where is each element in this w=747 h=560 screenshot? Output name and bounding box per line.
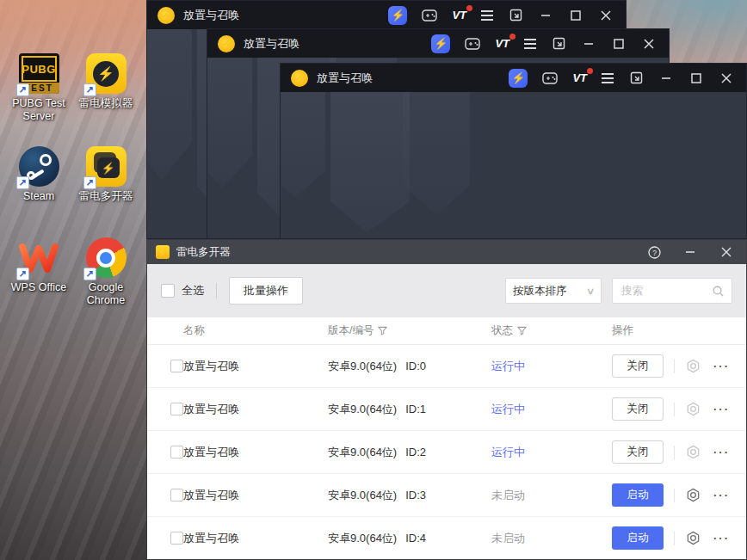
more-options-icon[interactable]: ···	[713, 493, 730, 498]
close-icon[interactable]	[641, 36, 657, 52]
divider	[674, 489, 675, 502]
emulator-content	[281, 92, 746, 238]
settings-icon[interactable]	[685, 444, 701, 460]
batch-operations-button[interactable]: 批量操作	[229, 277, 303, 305]
minimize-icon[interactable]	[682, 244, 698, 260]
close-icon[interactable]	[719, 244, 734, 260]
gamepad-icon[interactable]	[465, 36, 480, 52]
header-name[interactable]: 名称	[183, 323, 328, 338]
vt-indicator[interactable]: VT	[572, 71, 587, 84]
divider	[674, 446, 675, 459]
instance-id: ID:2	[405, 446, 426, 458]
start-stop-button[interactable]: 关闭	[612, 440, 664, 464]
shortcut-arrow-icon: ↗	[16, 176, 29, 189]
maximize-icon[interactable]	[688, 71, 704, 86]
start-stop-button[interactable]: 启动	[612, 526, 664, 550]
desktop-icon-ldmultiplayer[interactable]: ⚡ ↗ 雷电多开器	[72, 146, 139, 203]
desktop-icon-google-chrome[interactable]: ↗ Google Chrome	[72, 237, 139, 307]
settings-icon[interactable]	[685, 530, 701, 546]
divider	[674, 360, 675, 373]
divider	[674, 403, 675, 416]
start-stop-button[interactable]: 关闭	[612, 354, 664, 378]
header-status[interactable]: 状态	[491, 323, 612, 338]
boost-icon[interactable]: ⚡	[509, 69, 528, 88]
desktop-icon-pubg-test-server[interactable]: PUBGTEST ↗ PUBG Test Server	[5, 53, 72, 123]
boost-icon[interactable]: ⚡	[388, 6, 407, 25]
menu-icon[interactable]	[602, 73, 614, 83]
close-icon[interactable]	[598, 8, 614, 23]
emulator-titlebar[interactable]: ⚡ 放置与召唤 ⚡ VT	[281, 64, 746, 92]
settings-icon[interactable]	[685, 487, 701, 503]
snap-window-icon[interactable]	[508, 8, 523, 23]
table-row: 放置与召唤 安卓9.0(64位)ID:2 运行中 关闭 ···	[147, 431, 746, 474]
more-options-icon[interactable]: ···	[713, 536, 730, 541]
instance-name: 放置与召唤	[183, 488, 328, 503]
search-box[interactable]	[612, 278, 732, 304]
more-options-icon[interactable]: ···	[713, 364, 730, 369]
svg-text:?: ?	[652, 248, 657, 256]
sort-dropdown[interactable]: 按版本排序 ∨	[505, 278, 602, 304]
start-stop-button[interactable]: 关闭	[612, 397, 664, 421]
divider	[216, 283, 217, 298]
row-checkbox[interactable]	[170, 532, 183, 545]
desktop-icon-ldplayer[interactable]: ⚡ ↗ 雷电模拟器	[72, 53, 139, 110]
start-stop-button[interactable]: 启动	[612, 483, 664, 507]
row-checkbox[interactable]	[170, 403, 183, 415]
notification-dot	[587, 68, 593, 74]
snap-window-icon[interactable]	[551, 36, 566, 52]
row-checkbox[interactable]	[170, 446, 183, 458]
emulator-window-3: ⚡ 放置与召唤 ⚡ VT	[280, 63, 747, 239]
steam-icon: ↗	[19, 146, 59, 187]
boost-icon[interactable]: ⚡	[431, 34, 450, 53]
shortcut-arrow-icon: ↗	[83, 268, 96, 280]
vt-indicator[interactable]: VT	[452, 9, 466, 22]
emulator-titlebar[interactable]: ⚡ 放置与召唤 ⚡ VT	[147, 1, 626, 29]
ldplayer-icon: ⚡ ↗	[86, 53, 127, 94]
row-actions: 关闭 ···	[612, 440, 746, 464]
minimize-icon[interactable]	[581, 36, 596, 52]
desktop-icon-wps-office[interactable]: ↗ WPS Office	[5, 237, 72, 294]
settings-icon[interactable]	[685, 358, 701, 374]
minimize-icon[interactable]	[658, 71, 674, 86]
menu-icon[interactable]	[481, 10, 493, 21]
desktop-icon-label: Steam	[23, 190, 54, 203]
notification-dot	[509, 34, 515, 40]
search-input[interactable]	[620, 284, 712, 298]
status-label: 未启动	[491, 531, 612, 546]
menu-icon[interactable]	[524, 39, 536, 49]
ldmultiplayer-icon: ⚡ ↗	[86, 146, 127, 187]
window-title: 放置与召唤	[244, 36, 299, 52]
vt-indicator[interactable]: VT	[495, 37, 509, 50]
close-icon[interactable]	[719, 71, 734, 86]
maximize-icon[interactable]	[568, 8, 583, 23]
window-title: 放置与召唤	[183, 8, 239, 23]
desktop-icon-label: 雷电多开器	[79, 190, 133, 203]
window-title: 雷电多开器	[176, 245, 231, 260]
more-options-icon[interactable]: ···	[713, 407, 730, 412]
minimize-icon[interactable]	[538, 8, 553, 23]
more-options-icon[interactable]: ···	[713, 450, 730, 455]
maximize-icon[interactable]	[611, 36, 627, 52]
help-icon[interactable]: ?	[646, 244, 662, 260]
desktop-icon-label: Google Chrome	[72, 281, 139, 307]
select-all-checkbox[interactable]	[161, 284, 175, 298]
status-label: 运行中	[491, 402, 612, 417]
multiplayer-titlebar[interactable]: ⚡ 雷电多开器 ?	[147, 240, 746, 264]
row-checkbox[interactable]	[170, 489, 183, 502]
window-title: 放置与召唤	[317, 71, 373, 86]
desktop-icon-steam[interactable]: ↗ Steam	[5, 146, 72, 203]
desktop-screen: PUBGTEST ↗ PUBG Test Server ⚡ ↗ 雷电模拟器 ↗ …	[0, 0, 747, 560]
header-version[interactable]: 版本/编号	[328, 323, 491, 338]
chrome-icon: ↗	[86, 237, 127, 278]
chevron-down-icon: ∨	[585, 286, 595, 297]
settings-icon[interactable]	[685, 401, 701, 417]
multiplayer-window: ⚡ 雷电多开器 ? 全选 批量操作 按版本排序 ∨	[146, 239, 747, 560]
row-checkbox[interactable]	[170, 360, 183, 372]
pubg-icon: PUBGTEST ↗	[19, 53, 59, 94]
instance-version: 安卓9.0(64位)ID:4	[328, 531, 491, 546]
emulator-titlebar[interactable]: ⚡ 放置与召唤 ⚡ VT	[207, 29, 669, 58]
snap-window-icon[interactable]	[628, 71, 644, 86]
table-header: 名称 版本/编号 状态 操作	[147, 317, 746, 345]
gamepad-icon[interactable]	[422, 8, 437, 23]
gamepad-icon[interactable]	[542, 71, 558, 86]
